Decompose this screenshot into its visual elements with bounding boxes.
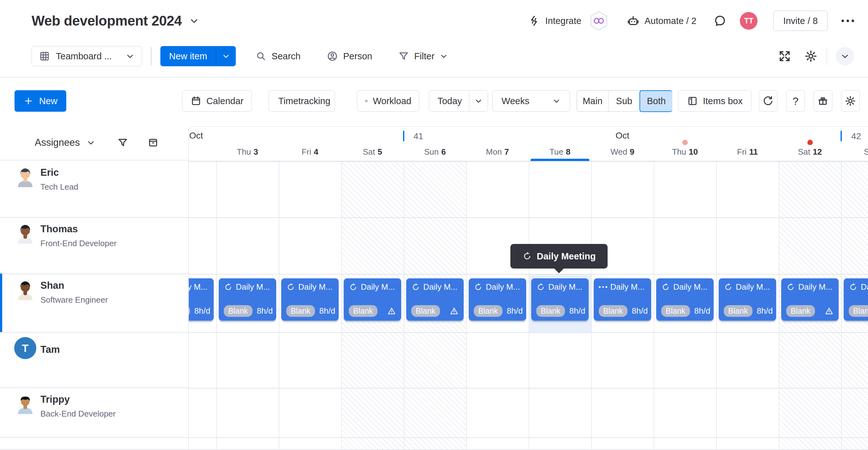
day-number: 4 (314, 147, 318, 157)
assignee-row[interactable]: Trippy Back-End Developer (0, 387, 188, 437)
avatar (15, 279, 36, 300)
integrations-badge[interactable] (590, 11, 608, 31)
timeline-item[interactable]: Daily M... Blank (406, 278, 464, 321)
time-estimate-badge: Blank (536, 305, 565, 317)
filter-button[interactable]: Filter (398, 51, 448, 62)
today-split-button[interactable]: Today (429, 90, 488, 112)
collapse-header-button[interactable] (836, 47, 854, 65)
day-column-header[interactable]: Sat12 (779, 146, 841, 158)
items-box-label: Items box (703, 96, 743, 106)
chat-bubble-icon (713, 14, 726, 28)
svg-text:T: T (22, 342, 29, 354)
item-menu-dots-icon[interactable] (599, 286, 607, 288)
recurring-icon (349, 283, 358, 292)
assignee-row[interactable]: T Tam (0, 332, 188, 387)
day-column-header[interactable]: Sat5 (341, 146, 404, 158)
board-view-switcher[interactable]: Teamboard ... (32, 46, 142, 66)
day-name: Thu (237, 147, 251, 157)
zoom-level-dropdown[interactable]: Weeks (492, 90, 570, 112)
week-number: 42 (851, 131, 861, 141)
timeline-item[interactable]: Daily M... Blank (344, 278, 401, 321)
new-item-split-button[interactable]: New item (160, 46, 236, 66)
month-label: Oct (575, 131, 670, 141)
day-column-header[interactable]: Fri11 (716, 146, 779, 158)
selected-row-indicator (0, 274, 2, 332)
new-item-label: New item (169, 51, 207, 62)
day-column-header-today[interactable]: Tue8 (529, 146, 591, 158)
view-settings-button[interactable] (804, 49, 818, 63)
scope-both[interactable]: Both (640, 90, 672, 112)
hexagon-icon (590, 11, 608, 31)
archive-icon[interactable] (147, 137, 159, 148)
assignee-row[interactable]: Thomas Front-End Developer (0, 217, 188, 274)
timetracking-view-button[interactable]: Timetracking (269, 90, 335, 112)
funnel-icon[interactable] (117, 137, 128, 148)
scope-sub-label: Sub (616, 96, 632, 106)
assignee-row[interactable]: Eric Tech Lead (0, 161, 188, 217)
help-button[interactable]: ? (786, 90, 805, 112)
timeline-item[interactable]: Daily M... Blank (844, 278, 868, 321)
day-name: Wed (611, 147, 627, 157)
day-column-header[interactable]: Sun6 (404, 146, 466, 158)
calendar-icon (191, 96, 202, 106)
workload-board: Assignees Eric Tech Lead (0, 125, 868, 450)
items-box-icon (687, 96, 698, 106)
timeline-item[interactable]: Daily M... Blank8h/d (656, 278, 714, 321)
timeline-item[interactable]: Daily M... Blank8h/d (594, 278, 651, 321)
day-number: 11 (749, 147, 758, 157)
group-by-label[interactable]: Assignees (35, 137, 80, 148)
day-column-header[interactable]: Fri4 (279, 146, 341, 158)
whats-new-button[interactable] (814, 90, 832, 112)
timeline-item-hovered[interactable]: Daily M... Blank8h/d (531, 278, 589, 321)
automate-button[interactable]: Automate / 2 (627, 14, 696, 27)
scope-sub[interactable]: Sub (609, 91, 640, 111)
timeline-item[interactable]: Daily M... Blank8h/d (281, 278, 339, 321)
board-title-wrap[interactable]: Web development 2024 (32, 13, 199, 29)
timeline-item[interactable]: Daily M... Blank (781, 278, 839, 321)
recurring-icon (224, 283, 232, 292)
settings-button[interactable] (841, 90, 860, 112)
day-column-header[interactable]: Thu3 (216, 146, 279, 158)
calendar-view-button[interactable]: Calendar (182, 90, 252, 112)
integrate-button[interactable]: Integrate (528, 15, 581, 27)
day-name: Fri (737, 147, 746, 157)
new-button[interactable]: New (14, 90, 66, 112)
item-title: Daily M... (423, 282, 457, 292)
chevron-down-icon[interactable] (86, 138, 96, 148)
day-number: 10 (689, 147, 698, 157)
day-column-header[interactable]: Wed9 (591, 146, 654, 158)
time-estimate-badge: Blank (224, 305, 252, 317)
day-column-header[interactable]: Sun (841, 146, 868, 158)
deadline-dot (682, 140, 688, 145)
today-dropdown[interactable] (469, 91, 488, 111)
refresh-button[interactable] (759, 90, 777, 112)
recurring-icon (286, 283, 295, 292)
timeline-item[interactable]: Daily M... Blank8h/d (719, 278, 776, 321)
invite-button[interactable]: Invite / 8 (773, 11, 828, 31)
owner-initials: TT (744, 17, 753, 25)
fullscreen-button[interactable] (778, 50, 791, 63)
hours-per-day: 8h/d (569, 306, 586, 316)
page-title: Web development 2024 (32, 13, 182, 29)
search-button[interactable]: Search (255, 51, 301, 62)
timeline-item[interactable]: Daily M... Blank8h/d (188, 278, 214, 321)
new-item-button[interactable]: New item (160, 46, 216, 66)
owner-avatar[interactable]: TT (740, 12, 757, 30)
items-box-button[interactable]: Items box (678, 90, 751, 112)
timeline-item[interactable]: Daily M... Blank8h/d (469, 278, 526, 321)
updates-button[interactable] (713, 14, 726, 28)
day-column-header[interactable]: Thu10 (654, 146, 716, 158)
item-title: Daily M... (798, 282, 832, 292)
assignee-row-selected[interactable]: Shan Software Engineer (0, 274, 188, 332)
person-filter-button[interactable]: Person (327, 50, 372, 62)
workload-view-button[interactable]: Workload (357, 90, 419, 112)
timeline-item[interactable]: Daily M... Blank8h/d (219, 278, 276, 321)
new-item-dropdown[interactable] (216, 46, 236, 66)
scope-segmented-control: Main Sub Both (577, 90, 672, 112)
deadline-dot (807, 140, 813, 145)
day-column-header[interactable]: Mon7 (466, 146, 529, 158)
day-number: 12 (813, 147, 822, 157)
scope-main[interactable]: Main (577, 91, 609, 111)
more-options-button[interactable] (841, 20, 854, 22)
today-underline (531, 159, 589, 161)
